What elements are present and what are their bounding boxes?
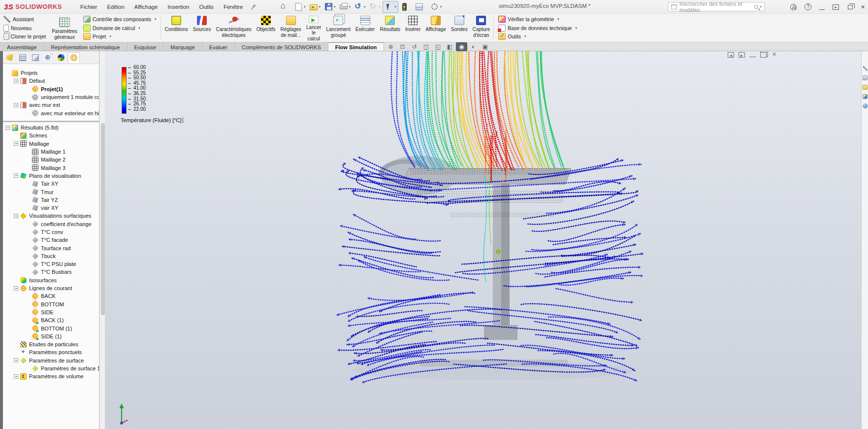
quick-access-button[interactable]: ▾ <box>383 1 398 13</box>
tree-item[interactable]: Tair YZ <box>3 196 94 204</box>
tree-item[interactable]: Plans de visualisation <box>3 172 94 180</box>
tree-item[interactable]: Etudes de particules <box>3 340 94 348</box>
tree-item[interactable]: BOTTOM (1) <box>3 324 94 332</box>
tree-item[interactable]: Paramètres ponctuels <box>3 348 94 356</box>
menu-item[interactable]: Fichier <box>76 2 102 12</box>
dropdown-arrow-icon[interactable]: ▾ <box>379 5 381 9</box>
search-input[interactable]: Rechercher des fichiers et modèles <box>679 1 754 13</box>
ribbon-big-button[interactable]: Capture d'écran <box>470 14 493 42</box>
quick-access-button[interactable]: ▾ <box>278 1 293 12</box>
tree-item[interactable]: SIDE <box>3 308 94 316</box>
tree-item[interactable]: BACK <box>3 292 94 300</box>
tree-item[interactable]: SIDE (1) <box>3 332 94 340</box>
display-style-icon[interactable]: ◧ <box>445 43 455 51</box>
tree-item[interactable]: T°C PSU plate <box>3 260 94 268</box>
dropdown-arrow-icon[interactable]: ▾ <box>364 5 366 9</box>
search-dropdown-icon[interactable]: ▾ <box>760 5 762 9</box>
quick-access-button[interactable]: ▾ <box>429 1 444 12</box>
scene-icon[interactable]: ▣ <box>480 43 490 51</box>
close-icon[interactable]: × <box>861 3 865 10</box>
dropdown-arrow-icon[interactable]: ▾ <box>575 26 577 30</box>
quick-access-button[interactable]: ▾ <box>308 2 322 12</box>
menu-item[interactable]: Edition <box>102 2 129 12</box>
section-view-icon[interactable]: ◫ <box>421 43 431 51</box>
taskpane-expand-icon[interactable] <box>863 66 868 71</box>
ribbon-big-button[interactable]: Lancer le calcul <box>304 14 324 42</box>
menu-item[interactable]: Affichage <box>130 2 162 12</box>
menu-item[interactable]: Fenêtre <box>219 2 248 12</box>
tree-item[interactable]: Maillage 2 <box>3 156 94 164</box>
quick-access-button[interactable]: ▾ <box>368 1 383 12</box>
quick-access-button[interactable]: ▾ <box>338 1 353 12</box>
search-icon[interactable] <box>754 5 758 9</box>
ribbon-big-button[interactable]: Sondes <box>449 14 470 42</box>
expander-minus-icon[interactable] <box>5 126 10 130</box>
ribbon-big-button[interactable]: Sources <box>191 14 214 42</box>
command-tab[interactable]: Compléments de SOLIDWORKS <box>235 42 328 51</box>
tree-item[interactable]: coefficient d'echange <box>3 220 94 228</box>
ribbon-big-button[interactable]: Objectifs <box>254 14 278 42</box>
quick-access-button[interactable]: ▾ <box>293 1 307 12</box>
tree-item[interactable]: Scènes <box>3 132 94 139</box>
command-tab[interactable]: Evaluer <box>202 42 235 51</box>
doc-minimize-icon[interactable] <box>749 53 756 57</box>
ribbon-big-button[interactable]: Affichage <box>423 14 449 42</box>
view-palette-icon[interactable] <box>863 94 868 99</box>
dropdown-arrow-icon[interactable]: ▾ <box>440 5 442 9</box>
tree-item[interactable]: T°C facade <box>3 236 94 244</box>
dropdown-arrow-icon[interactable]: ▾ <box>349 5 351 9</box>
dropdown-arrow-icon[interactable]: ▾ <box>334 5 336 9</box>
panel-tab[interactable] <box>17 52 29 63</box>
expander-minus-icon[interactable] <box>14 141 18 146</box>
graphics-viewport[interactable]: 60.0055.2550.5045.7541.0036.2531.5026.75… <box>105 51 861 429</box>
tree-item[interactable]: vair XY <box>3 204 94 212</box>
panel-collapse-arrow-icon[interactable]: ⌃ <box>50 53 54 58</box>
command-tab[interactable]: Flow Simulation <box>328 42 384 51</box>
expander-minus-icon[interactable] <box>14 79 18 83</box>
tree-item[interactable]: Maillage <box>3 140 94 148</box>
command-tab[interactable]: Marquage <box>163 42 202 51</box>
panel-tab[interactable] <box>68 52 80 63</box>
ribbon-big-button[interactable]: Lancement groupé <box>323 14 353 42</box>
tree-item[interactable]: avec mur exterieur en hiver <box>3 109 94 117</box>
tree-item[interactable]: avec mur ext <box>3 101 94 109</box>
expander-minus-icon[interactable] <box>14 286 18 291</box>
tree-item[interactable]: T°C conv <box>3 228 94 236</box>
dropdown-arrow-icon[interactable]: ▾ <box>524 34 526 38</box>
ribbon-big-button[interactable]: Exécuter <box>353 14 377 42</box>
pane-right-icon[interactable]: ▸ <box>739 52 745 58</box>
general-settings-button[interactable]: Paramètres généraux <box>49 14 80 42</box>
ribbon-big-button[interactable]: Conditions <box>162 14 190 42</box>
expander-minus-icon[interactable] <box>14 214 18 218</box>
tree-item[interactable]: uniquement 1 module conv <box>3 93 94 101</box>
panel-tab[interactable] <box>55 52 67 63</box>
tree-item[interactable]: Paramètres de surface <box>3 357 94 364</box>
scrollbar-thumb[interactable] <box>101 123 105 315</box>
menu-item[interactable]: Insertion <box>163 2 193 12</box>
tree-item[interactable]: Projets <box>3 69 94 77</box>
tree-item[interactable]: Lignes de courant <box>3 284 94 292</box>
ribbon-big-button[interactable]: Réglages de mail... <box>278 14 304 42</box>
ribbon-big-button[interactable]: Caractéristiques électriques <box>213 14 254 42</box>
tree-item[interactable]: T°C Busbars <box>3 268 94 276</box>
tree-item[interactable]: Isosurfaces <box>3 276 94 284</box>
tree-item[interactable]: Visualisations surfaciques <box>3 212 94 220</box>
ribbon-small-button[interactable]: Contrôle des composants ▾ <box>82 15 158 23</box>
tree-item[interactable]: Tsurface rad <box>3 244 94 252</box>
tree-item[interactable]: Maillage 1 <box>3 148 94 156</box>
tree-scrollbar[interactable] <box>99 51 105 429</box>
zoom-fit-icon[interactable]: ⊕ <box>386 43 396 51</box>
restore-icon[interactable] <box>848 5 853 9</box>
hide-show-items-icon[interactable]: ◉ <box>456 43 467 51</box>
view-orientation-icon[interactable]: ◱ <box>433 43 443 51</box>
dock-window-icon[interactable]: ▸ <box>833 4 839 10</box>
tree-item[interactable]: Tair XY <box>3 180 94 188</box>
dropdown-arrow-icon[interactable]: ▾ <box>394 5 396 9</box>
panel-tab[interactable] <box>4 52 16 63</box>
tree-item[interactable]: Projet(1) <box>3 85 94 93</box>
ribbon-small-button[interactable]: Base de données technique ▾ <box>497 24 579 32</box>
expander-minus-icon[interactable] <box>14 173 18 178</box>
search-box[interactable]: Rechercher des fichiers et modèles ▾ <box>668 2 765 11</box>
ribbon-small-button[interactable]: Assistant <box>2 15 47 23</box>
command-tab[interactable]: Assemblage <box>0 42 44 51</box>
